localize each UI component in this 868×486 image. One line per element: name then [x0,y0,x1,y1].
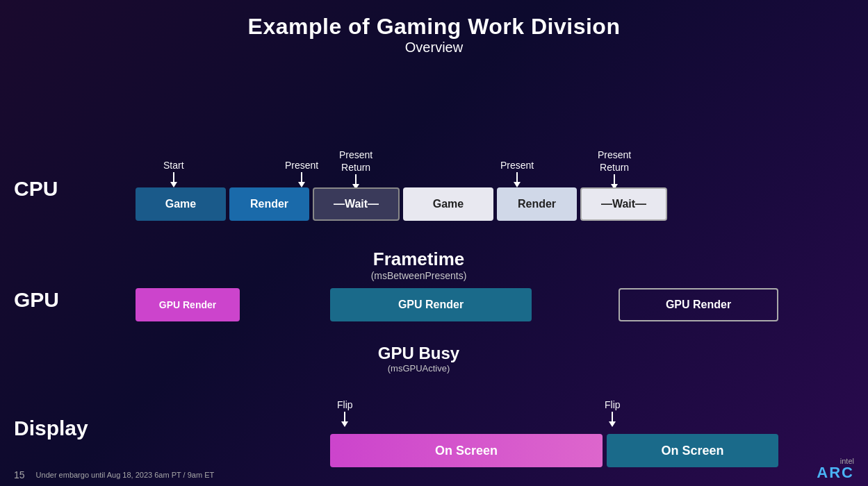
page-number: 15 [14,469,25,480]
display-blocks-row: On Screen On Screen [97,434,840,467]
header: Example of Gaming Work Division Overview [28,14,840,56]
cpu-block-game2: Game [403,187,493,221]
cpu-block-wait1: —Wait— [313,187,400,221]
display-label: Display [14,417,88,440]
embargo-text: Under embargo until Aug 18, 2023 6am PT … [36,471,215,479]
cpu-block-game1: Game [136,187,226,221]
cpu-label: CPU [14,177,58,201]
gpu-busy-container: GPU Busy (msGPUActive) [306,326,532,374]
main-title: Example of Gaming Work Division [28,14,840,40]
cpu-block-wait2: —Wait— [580,187,667,221]
sub-title: Overview [28,40,840,56]
frametime-container: Frametime (msBetweenPresents) [306,229,532,281]
annotation-present-return2: Present Return [598,149,631,190]
annotation-flip2: Flip [605,399,621,427]
annotation-present-return1: Present Return [339,149,372,190]
annotation-present2: Present [500,160,534,187]
footer: 15 Under embargo until Aug 18, 2023 6am … [14,469,214,480]
gpu-block-render-prev: GPU Render [136,288,240,321]
cpu-blocks-row: Game Render —Wait— Game Render —Wait— [97,187,840,221]
intel-arc-logo: intel ARC [817,457,854,480]
gpu-busy-label: GPU Busy [306,344,532,363]
gpu-label: GPU [14,288,59,312]
gpu-block-render-next: GPU Render [619,288,778,321]
gpu-blocks-row: GPU Render GPU Render GPU Render [97,288,840,321]
frametime-sublabel: (msBetweenPresents) [306,270,532,281]
gpu-busy-sublabel: (msGPUActive) [306,363,532,374]
gpu-block-render-current: GPU Render [330,288,532,321]
frametime-label: Frametime [306,249,532,270]
cpu-block-render2: Render [497,187,577,221]
display-block-onscreen2: On Screen [607,434,778,467]
arc-text: ARC [817,465,854,480]
cpu-block-render1: Render [229,187,309,221]
annotation-start: Start [163,160,184,187]
display-block-onscreen1: On Screen [330,434,603,467]
slide-container: Example of Gaming Work Division Overview… [0,0,868,486]
annotation-present1: Present [285,160,318,187]
annotation-flip1: Flip [337,399,353,427]
